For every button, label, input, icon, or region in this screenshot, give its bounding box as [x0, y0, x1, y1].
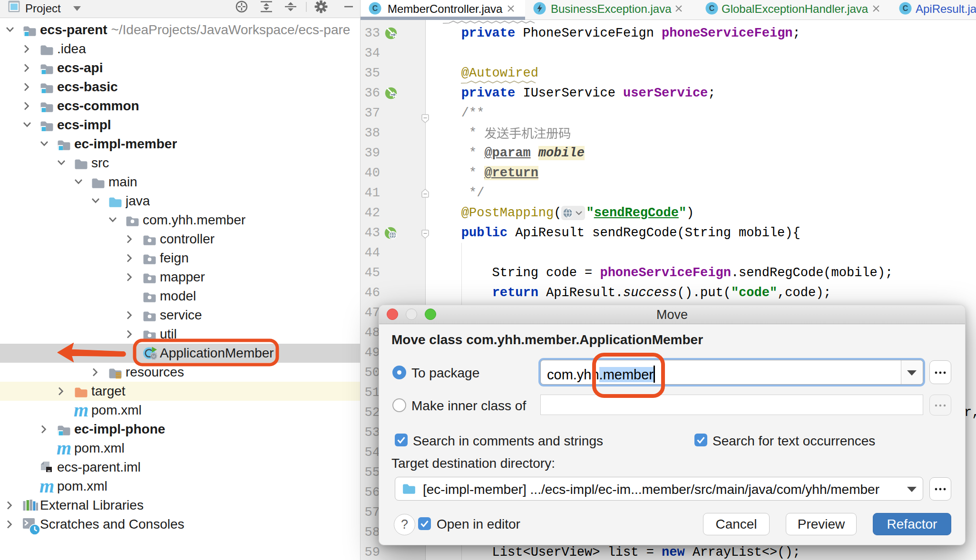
- svg-text:C: C: [372, 4, 378, 12]
- svg-text:C: C: [709, 4, 715, 12]
- svg-text:C: C: [903, 4, 908, 12]
